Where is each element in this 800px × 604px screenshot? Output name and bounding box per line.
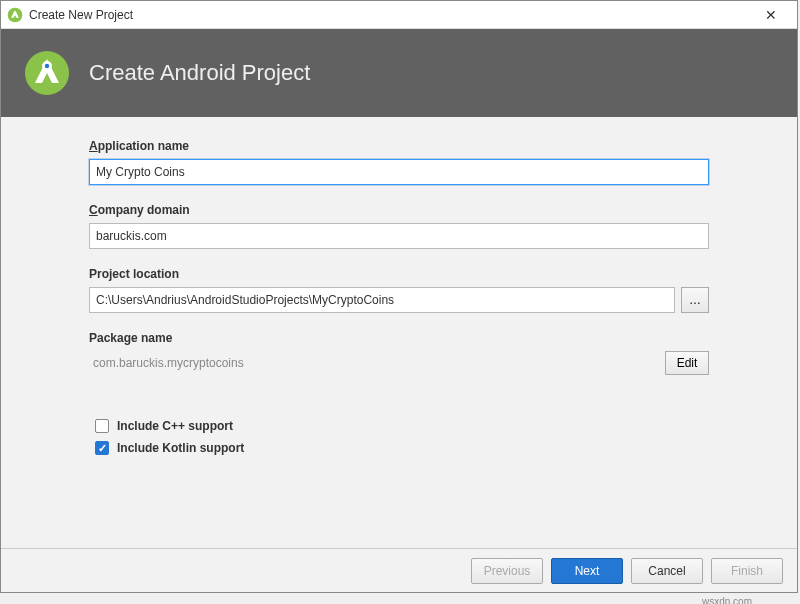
company-domain-input[interactable]: [89, 223, 709, 249]
titlebar: Create New Project ✕: [1, 1, 797, 29]
header-banner: Create Android Project: [1, 29, 797, 117]
android-studio-icon: [7, 7, 23, 23]
application-name-group: Application name: [89, 139, 709, 185]
project-location-input[interactable]: [89, 287, 675, 313]
android-studio-logo-icon: [23, 49, 71, 97]
kotlin-label: Include Kotlin support: [117, 441, 244, 455]
kotlin-support-row[interactable]: ✓ Include Kotlin support: [95, 441, 709, 455]
package-name-label: Package name: [89, 331, 709, 345]
cpp-support-row[interactable]: Include C++ support: [95, 419, 709, 433]
browse-button[interactable]: …: [681, 287, 709, 313]
company-domain-group: Company domain: [89, 203, 709, 249]
cpp-label: Include C++ support: [117, 419, 233, 433]
previous-button: Previous: [471, 558, 543, 584]
cpp-checkbox[interactable]: [95, 419, 109, 433]
header-title: Create Android Project: [89, 60, 310, 86]
svg-point-4: [45, 64, 49, 68]
finish-button: Finish: [711, 558, 783, 584]
package-name-value: com.baruckis.mycryptocoins: [89, 354, 248, 372]
svg-point-1: [13, 11, 16, 14]
next-button[interactable]: Next: [551, 558, 623, 584]
footer: Previous Next Cancel Finish: [1, 548, 797, 592]
project-location-group: Project location …: [89, 267, 709, 313]
close-button[interactable]: ✕: [751, 3, 791, 27]
close-icon: ✕: [765, 7, 777, 23]
package-name-group: Package name com.baruckis.mycryptocoins …: [89, 331, 709, 375]
dialog-window: Create New Project ✕ Create Android Proj…: [0, 0, 798, 593]
application-name-label: Application name: [89, 139, 709, 153]
window-title: Create New Project: [29, 8, 751, 22]
application-name-input[interactable]: [89, 159, 709, 185]
project-location-label: Project location: [89, 267, 709, 281]
content-area: Application name Company domain Project …: [1, 117, 797, 548]
company-domain-label: Company domain: [89, 203, 709, 217]
edit-package-button[interactable]: Edit: [665, 351, 709, 375]
kotlin-checkbox[interactable]: ✓: [95, 441, 109, 455]
watermark: wsxdn.com: [702, 596, 752, 604]
cancel-button[interactable]: Cancel: [631, 558, 703, 584]
